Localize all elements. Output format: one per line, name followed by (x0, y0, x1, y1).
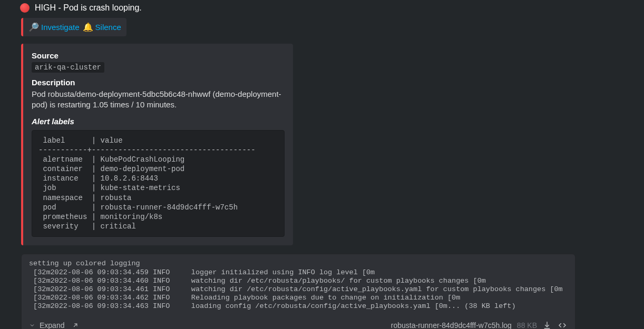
alert-labels-heading: Alert labels (32, 117, 285, 126)
log-footer: Expand robusta-runner-84d9dc4fff-w7c5h.l… (22, 315, 575, 330)
log-attachment: setting up colored logging [32m2022-08-0… (21, 254, 575, 329)
source-heading: Source (32, 51, 285, 60)
silence-label: Silence (95, 23, 121, 32)
log-filename: robusta-runner-84d9dc4fff-w7c5h.log (391, 321, 512, 330)
alert-header: HIGH - Pod is crash looping. (20, 0, 628, 18)
download-icon[interactable] (542, 321, 552, 330)
investigate-link[interactable]: 🔎 Investigate (28, 22, 80, 32)
description-text: Pod robusta/demo-deployment-5dbc5b6c48-n… (32, 89, 285, 111)
description-heading: Description (32, 78, 285, 87)
severity-dot-icon (20, 3, 30, 13)
silence-link[interactable]: 🔔 Silence (83, 22, 121, 32)
alert-labels-block: label | value -----------+--------------… (32, 130, 285, 237)
log-content: setting up colored logging [32m2022-08-0… (22, 254, 575, 315)
code-icon[interactable] (557, 321, 568, 330)
expand-button[interactable]: Expand (29, 321, 64, 330)
investigate-label: Investigate (41, 23, 80, 32)
magnifier-icon: 🔎 (28, 22, 39, 32)
chevron-down-icon (29, 322, 35, 328)
bell-icon: 🔔 (83, 22, 93, 32)
popout-icon[interactable] (72, 322, 79, 329)
alert-embed: Source arik-qa-cluster Description Pod r… (21, 44, 293, 245)
log-filesize: 88 KB (517, 321, 537, 330)
alert-title: HIGH - Pod is crash looping. (35, 3, 142, 13)
actions-bar: 🔎 Investigate 🔔 Silence (21, 18, 126, 36)
source-value: arik-qa-cluster (32, 62, 104, 73)
expand-label: Expand (40, 321, 64, 330)
